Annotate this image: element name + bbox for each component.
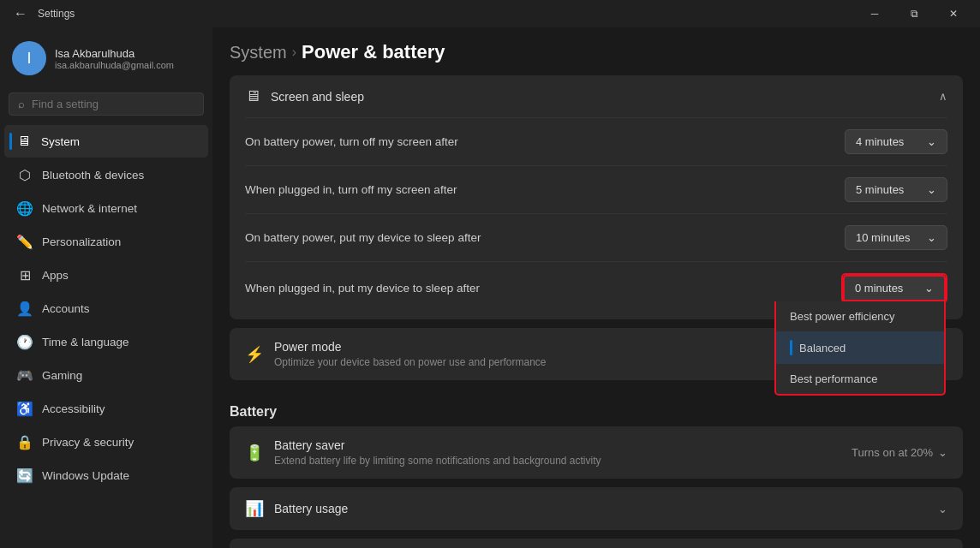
sidebar-item-label: Accessibility [42, 402, 105, 415]
privacy-icon: 🔒 [16, 433, 33, 450]
sidebar-item-apps[interactable]: ⊞ Apps [4, 259, 208, 291]
dropdown-chevron-icon: ⌄ [924, 282, 934, 295]
nav-list: 🖥 System ⬡ Bluetooth & devices 🌐 Network… [0, 124, 212, 492]
time-icon: 🕐 [16, 333, 33, 350]
screen-sleep-title: Screen and sleep [271, 90, 364, 104]
screen-plugged-dropdown[interactable]: 5 minutes ⌄ [845, 177, 947, 202]
sidebar-item-personalization[interactable]: ✏️ Personalization [4, 225, 208, 258]
back-button[interactable]: ← [10, 3, 31, 25]
apps-icon: ⊞ [16, 266, 33, 283]
sidebar-item-accessibility[interactable]: ♿ Accessibility [4, 392, 208, 425]
setting-label: When plugged in, turn off my screen afte… [245, 183, 457, 196]
sidebar-item-label: Personalization [42, 235, 121, 248]
sidebar-item-label: Bluetooth & devices [42, 169, 144, 182]
dropdown-value: 5 minutes [856, 183, 904, 196]
sleep-plugged-dropdown[interactable]: 0 minutes ⌄ [843, 275, 946, 301]
titlebar-title: Settings [38, 8, 75, 20]
sidebar-item-label: System [41, 135, 80, 148]
page-header: System › Power & battery [230, 27, 963, 75]
battery-saver-header[interactable]: 🔋 Battery saver Extend battery life by l… [230, 426, 963, 479]
dropdown-menu: Best power efficiency Balanced Best perf… [774, 301, 946, 396]
dropdown-value: 10 minutes [856, 231, 911, 244]
option-label: Balanced [799, 342, 846, 354]
power-text: Power mode Optimize your device based on… [274, 340, 547, 368]
power-icon: ⚡ [245, 345, 264, 364]
user-info: Isa Akbarulhuda isa.akbarulhuda@gmail.co… [55, 47, 174, 70]
screen-sleep-header[interactable]: 🖥 Screen and sleep ∧ [230, 75, 963, 117]
sidebar-item-label: Gaming [42, 369, 82, 382]
sleep-plugged-dropdown-container: 0 minutes ⌄ Best power efficiency Balanc… [841, 273, 947, 303]
sidebar-item-time[interactable]: 🕐 Time & language [4, 325, 208, 358]
close-button[interactable]: ✕ [934, 0, 973, 27]
breadcrumb-parent: System [230, 43, 287, 63]
power-header-left: ⚡ Power mode Optimize your device based … [245, 340, 547, 368]
user-profile[interactable]: I Isa Akbarulhuda isa.akbarulhuda@gmail.… [0, 27, 212, 89]
accessibility-icon: ♿ [16, 400, 33, 417]
accounts-icon: 👤 [16, 300, 33, 317]
sidebar-item-privacy[interactable]: 🔒 Privacy & security [4, 426, 208, 458]
battery-saver-right: Turns on at 20% ⌄ [852, 446, 947, 459]
breadcrumb-chevron: › [292, 45, 296, 60]
network-icon: 🌐 [16, 200, 33, 217]
sidebar-item-label: Apps [42, 269, 69, 282]
section-header-left: 🖥 Screen and sleep [245, 87, 364, 105]
battery-usage-expand[interactable]: ⌄ [938, 503, 947, 515]
screen-sleep-body: On battery power, turn off my screen aft… [230, 117, 963, 319]
sidebar-item-system[interactable]: 🖥 System [4, 125, 208, 158]
active-indicator [9, 133, 12, 150]
screen-battery-dropdown[interactable]: 4 minutes ⌄ [845, 129, 947, 154]
battery-usage-icon: 📊 [245, 499, 264, 518]
battery-usage-title: Battery usage [274, 502, 348, 515]
content-area: System › Power & battery 🖥 Screen and sl… [212, 27, 980, 548]
bluetooth-icon: ⬡ [16, 166, 33, 183]
sidebar-item-bluetooth[interactable]: ⬡ Bluetooth & devices [4, 158, 208, 191]
dropdown-chevron-icon: ⌄ [927, 135, 936, 148]
app-body: I Isa Akbarulhuda isa.akbarulhuda@gmail.… [0, 27, 980, 548]
sidebar-item-label: Windows Update [42, 469, 129, 482]
dropdown-chevron-icon: ⌄ [927, 183, 936, 196]
setting-label: When plugged in, put my device to sleep … [245, 282, 480, 295]
section-expand-icon: ∧ [939, 90, 947, 103]
battery-saver-icon: 🔋 [245, 444, 264, 462]
setting-row-screen-battery: On battery power, turn off my screen aft… [245, 117, 947, 165]
battery-saver-expand[interactable]: ⌄ [938, 446, 947, 459]
power-mode-title: Power mode [274, 340, 547, 354]
setting-row-screen-plugged: When plugged in, turn off my screen afte… [245, 165, 947, 213]
search-box[interactable]: ⌕ [9, 92, 204, 116]
dropdown-option-performance[interactable]: Best performance [776, 364, 944, 394]
sleep-battery-dropdown[interactable]: 10 minutes ⌄ [845, 225, 947, 250]
system-icon: 🖥 [15, 133, 33, 150]
battery-saver-left: 🔋 Battery saver Extend battery life by l… [245, 438, 601, 467]
battery-saver-title: Battery saver [274, 438, 601, 452]
search-input[interactable] [32, 98, 194, 110]
avatar: I [12, 41, 46, 75]
option-label: Best performance [790, 372, 878, 385]
selected-indicator [790, 340, 792, 355]
battery-usage-left: 📊 Battery usage [245, 499, 348, 518]
dropdown-value: 4 minutes [856, 135, 904, 148]
dropdown-option-efficiency[interactable]: Best power efficiency [776, 301, 944, 331]
setting-label: On battery power, turn off my screen aft… [245, 135, 458, 148]
sidebar-item-network[interactable]: 🌐 Network & internet [4, 192, 208, 224]
update-icon: 🔄 [16, 467, 33, 484]
titlebar-left: ← Settings [10, 3, 75, 25]
battery-usage-header[interactable]: 📊 Battery usage ⌄ [230, 487, 963, 530]
option-label: Best power efficiency [790, 310, 895, 323]
sidebar-item-update[interactable]: 🔄 Windows Update [4, 459, 208, 491]
setting-row-sleep-plugged: When plugged in, put my device to sleep … [245, 261, 947, 314]
help-section: 🌐 Help from the web ∧ Adjusting power an… [230, 539, 963, 548]
help-header[interactable]: 🌐 Help from the web ∧ [230, 539, 963, 548]
titlebar: ← Settings ─ ⧉ ✕ [0, 0, 980, 27]
minimize-button[interactable]: ─ [855, 0, 894, 27]
battery-saver-desc: Extend battery life by limiting some not… [274, 455, 601, 467]
setting-label: On battery power, put my device to sleep… [245, 231, 481, 244]
battery-usage-section: 📊 Battery usage ⌄ [230, 487, 963, 530]
sidebar-item-label: Time & language [42, 336, 129, 348]
sidebar-item-gaming[interactable]: 🎮 Gaming [4, 359, 208, 391]
dropdown-option-balanced[interactable]: Balanced [776, 331, 944, 364]
power-mode-desc: Optimize your device based on power use … [274, 356, 547, 368]
page-title: Power & battery [302, 41, 445, 63]
sidebar-item-accounts[interactable]: 👤 Accounts [4, 292, 208, 325]
restore-button[interactable]: ⧉ [894, 0, 934, 27]
user-name: Isa Akbarulhuda [55, 47, 174, 60]
